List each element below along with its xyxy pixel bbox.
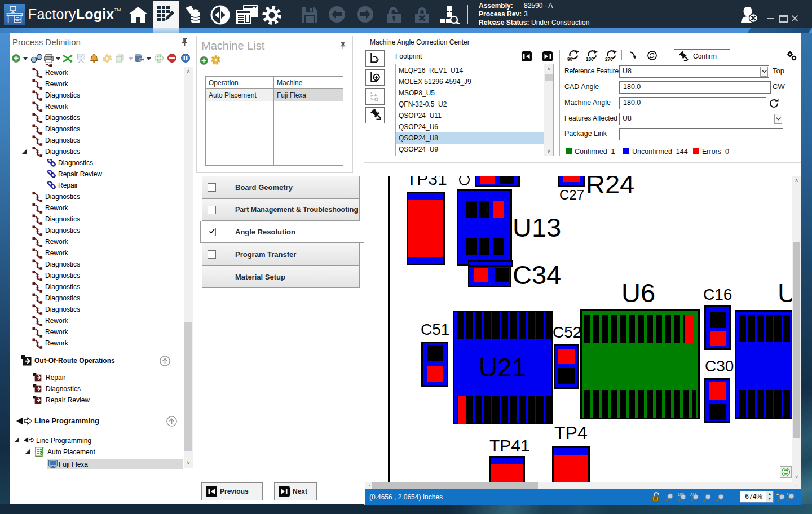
svg-text:90: 90 bbox=[567, 57, 573, 61]
svg-text:+: + bbox=[776, 493, 779, 497]
svg-text:-: - bbox=[716, 493, 717, 497]
svg-text:270: 270 bbox=[605, 57, 613, 61]
svg-text:180: 180 bbox=[586, 57, 594, 61]
svg-text:--: -- bbox=[703, 493, 705, 497]
